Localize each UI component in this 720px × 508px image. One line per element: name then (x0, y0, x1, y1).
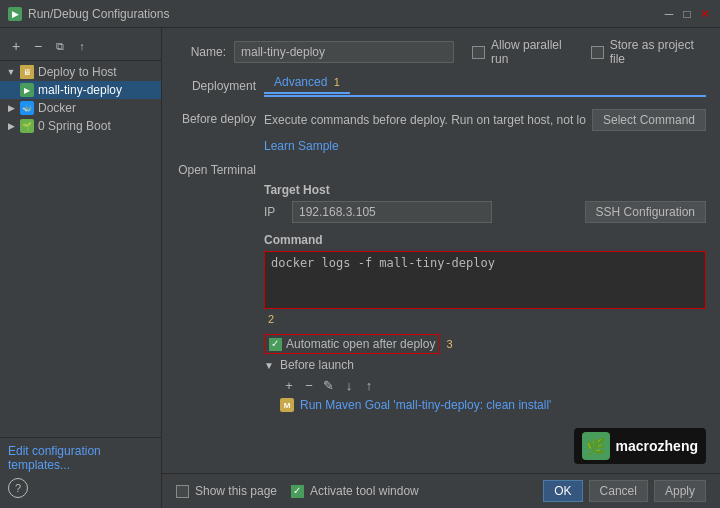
docker-expand-icon (6, 103, 16, 113)
spring-icon: 🌱 (20, 119, 34, 133)
bl-add-button[interactable]: + (280, 376, 298, 394)
show-page-checkbox[interactable] (176, 485, 189, 498)
allow-parallel-checkbox[interactable] (472, 46, 485, 59)
deploy-to-host-label: Deploy to Host (38, 65, 117, 79)
tab-advanced[interactable]: Advanced 1 (264, 72, 350, 94)
tree-item-mall-tiny-deploy[interactable]: ▶ mall-tiny-deploy (0, 81, 161, 99)
bl-remove-button[interactable]: − (300, 376, 318, 394)
tabs-row: Advanced 1 (264, 72, 350, 93)
ip-label: IP (264, 205, 284, 219)
spring-expand-icon (6, 121, 16, 131)
bottom-right: OK Cancel Apply (543, 480, 706, 502)
ip-input[interactable] (292, 201, 492, 223)
deployment-label: Deployment (176, 79, 256, 93)
watermark: 🌿 macrozheng (574, 428, 706, 464)
open-terminal-label: Open Terminal (176, 163, 256, 177)
spring-boot-badge: 0 (38, 119, 45, 133)
docker-icon: 🐳 (20, 101, 34, 115)
ok-button[interactable]: OK (543, 480, 582, 502)
auto-open-box: Automatic open after deploy (264, 334, 440, 354)
before-launch-collapse-icon: ▼ (264, 360, 274, 371)
auto-open-row: Automatic open after deploy 3 (264, 334, 706, 354)
command-badge: 2 (268, 313, 274, 325)
title-bar-left: ▶ Run/Debug Configurations (8, 7, 169, 21)
tree-item-spring-boot[interactable]: 🌱 0 Spring Boot (0, 117, 161, 135)
bl-edit-button[interactable]: ✎ (320, 376, 338, 394)
add-config-button[interactable]: + (6, 36, 26, 56)
before-deploy-row: Before deploy Execute commands before de… (176, 109, 706, 131)
cancel-button[interactable]: Cancel (589, 480, 648, 502)
apply-button[interactable]: Apply (654, 480, 706, 502)
command-header: Command (264, 233, 706, 247)
window-title: Run/Debug Configurations (28, 7, 169, 21)
before-deploy-label: Before deploy (176, 109, 256, 126)
minimize-button[interactable]: ─ (662, 7, 676, 21)
sidebar: + − ⧉ ↑ 🖥 Deploy to Host ▶ mall-tiny-dep… (0, 28, 162, 508)
help-button[interactable]: ? (8, 478, 28, 498)
close-button[interactable]: ✕ (698, 7, 712, 21)
app-icon: ▶ (8, 7, 22, 21)
tree-item-deploy-to-host[interactable]: 🖥 Deploy to Host (0, 63, 161, 81)
ssh-config-button[interactable]: SSH Configuration (585, 201, 706, 223)
bl-maven-item[interactable]: M Run Maven Goal 'mall-tiny-deploy: clea… (264, 396, 706, 414)
bl-movedown-button[interactable]: ↓ (340, 376, 358, 394)
deploy-folder-icon: 🖥 (20, 65, 34, 79)
ip-row: IP SSH Configuration (264, 201, 706, 223)
open-terminal-row: Open Terminal (176, 163, 706, 177)
title-bar: ▶ Run/Debug Configurations ─ □ ✕ (0, 0, 720, 28)
deploy-expand-icon (6, 67, 16, 77)
window-controls: ─ □ ✕ (662, 7, 712, 21)
before-launch-section: ▼ Before launch + − ✎ ↓ ↑ M Run Maven Go… (264, 358, 706, 414)
store-project-label: Store as project file (610, 38, 706, 66)
bottom-bar: Show this page Activate tool window OK C… (162, 473, 720, 508)
maven-icon: M (280, 398, 294, 412)
before-deploy-content: Execute commands before deploy. Run on t… (264, 109, 706, 131)
allow-parallel-label: Allow parallel run (491, 38, 577, 66)
move-config-button[interactable]: ↑ (72, 36, 92, 56)
bottom-left: Show this page Activate tool window (176, 484, 419, 498)
target-host-section: Target Host IP SSH Configuration Command… (264, 183, 706, 414)
before-launch-header[interactable]: ▼ Before launch (264, 358, 706, 372)
edit-config-link[interactable]: Edit configuration templates... (8, 444, 153, 472)
main-layout: + − ⧉ ↑ 🖥 Deploy to Host ▶ mall-tiny-dep… (0, 28, 720, 508)
deploy-icon: ▶ (20, 83, 34, 97)
copy-config-button[interactable]: ⧉ (50, 36, 70, 56)
docker-label: Docker (38, 101, 76, 115)
learn-sample-link[interactable]: Learn Sample (264, 139, 339, 153)
target-host-header: Target Host (264, 183, 706, 197)
remove-config-button[interactable]: − (28, 36, 48, 56)
content-area: Name: Allow parallel run Store as projec… (162, 28, 720, 473)
watermark-icon: 🌿 (582, 432, 610, 460)
auto-open-checkbox[interactable] (269, 338, 282, 351)
before-launch-toolbar: + − ✎ ↓ ↑ (280, 376, 706, 394)
bl-moveup-button[interactable]: ↑ (360, 376, 378, 394)
sidebar-bottom: Edit configuration templates... ? (0, 437, 161, 504)
name-label: Name: (176, 45, 226, 59)
before-deploy-text: Execute commands before deploy. Run on t… (264, 113, 586, 127)
deployment-row: Deployment Advanced 1 (176, 72, 706, 93)
tab-advanced-badge: 1 (334, 76, 340, 88)
content-wrapper: Name: Allow parallel run Store as projec… (162, 28, 720, 508)
watermark-text: macrozheng (616, 438, 698, 454)
mall-tiny-deploy-label: mall-tiny-deploy (38, 83, 122, 97)
sidebar-toolbar: + − ⧉ ↑ (0, 32, 161, 61)
auto-open-badge: 3 (446, 338, 452, 350)
store-project-checkbox[interactable] (591, 46, 604, 59)
maximize-button[interactable]: □ (680, 7, 694, 21)
select-command-button[interactable]: Select Command (592, 109, 706, 131)
activate-tool-label: Activate tool window (310, 484, 419, 498)
spring-boot-label: 0 Spring Boot (38, 119, 111, 133)
name-row: Name: Allow parallel run Store as projec… (176, 38, 706, 66)
auto-open-label: Automatic open after deploy (286, 337, 435, 351)
sidebar-spacer (0, 135, 161, 437)
command-input[interactable]: docker logs -f mall-tiny-deploy (264, 251, 706, 309)
learn-sample-row: Learn Sample (264, 139, 706, 153)
activate-tool-checkbox[interactable] (291, 485, 304, 498)
show-page-label: Show this page (195, 484, 277, 498)
name-input[interactable] (234, 41, 454, 63)
tab-underline (264, 95, 706, 97)
tree-item-docker[interactable]: 🐳 Docker (0, 99, 161, 117)
